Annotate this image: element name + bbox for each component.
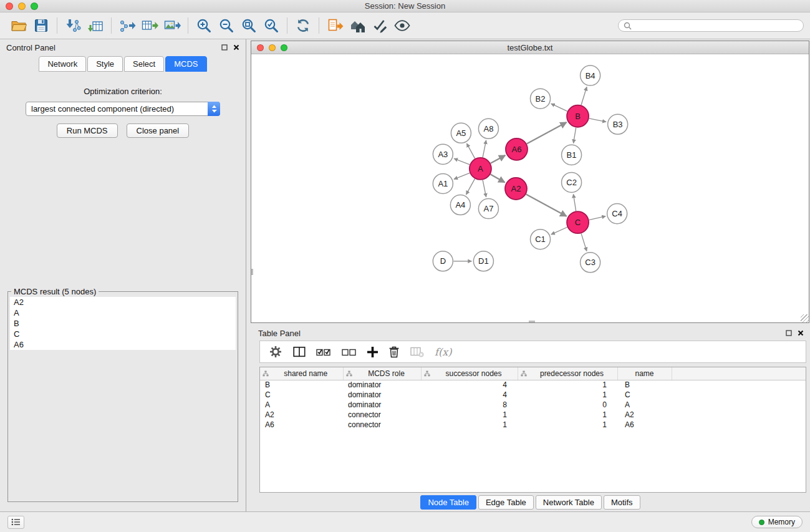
close-view-icon[interactable] (257, 44, 264, 51)
minimize-window-icon[interactable] (18, 2, 26, 10)
zoom-window-icon[interactable] (31, 2, 38, 10)
select-all-button[interactable] (316, 347, 331, 357)
tab-network-table[interactable]: Network Table (536, 495, 602, 510)
graph-edge-B-B2[interactable] (551, 104, 567, 111)
memory-button[interactable]: Memory (751, 516, 803, 528)
graph-node-D1[interactable]: D1 (473, 251, 493, 271)
graph-node-A1[interactable]: A1 (433, 173, 453, 193)
graph-node-C4[interactable]: C4 (607, 204, 627, 224)
graph-edge-A2-C[interactable] (526, 194, 567, 216)
close-panel-button[interactable] (233, 44, 239, 51)
graph-node-B2[interactable]: B2 (531, 89, 551, 109)
graph-node-C1[interactable]: C1 (531, 230, 551, 249)
deselect-all-button[interactable] (342, 347, 357, 357)
graph-node-C[interactable]: C (567, 211, 589, 233)
network-canvas[interactable]: AA1A2A3A4A5A6A7A8BB1B2B3B4CC1C2C3C4DD1 (251, 54, 809, 322)
graph-edge-B-B4[interactable] (581, 87, 587, 105)
pen-check-button[interactable] (369, 14, 391, 37)
graph-edge-A-A8[interactable] (483, 140, 486, 157)
result-item[interactable]: A6 (10, 339, 236, 350)
graph-node-A5[interactable]: A5 (451, 123, 471, 143)
delete-table-button[interactable] (410, 346, 424, 357)
tab-edge-table[interactable]: Edge Table (478, 495, 534, 510)
column-header-shared-name[interactable]: shared name (260, 367, 343, 380)
column-header-predecessor-nodes[interactable]: predecessor nodes (518, 367, 617, 380)
horizontal-scrollbar-nub[interactable] (529, 321, 535, 322)
resize-grip-icon[interactable] (801, 314, 809, 322)
column-header-name[interactable]: name (617, 367, 672, 380)
zoom-selected-button[interactable] (260, 14, 282, 37)
table-row[interactable]: Bdominator41B (260, 380, 806, 390)
zoom-out-button[interactable] (215, 14, 238, 37)
graph-node-A3[interactable]: A3 (433, 144, 453, 164)
run-mcds-button[interactable]: Run MCDS (57, 123, 118, 138)
function-builder-button[interactable]: f(x) (435, 346, 451, 358)
search-input[interactable] (635, 21, 798, 30)
graph-edge-B-B1[interactable] (574, 128, 576, 143)
delete-column-button[interactable] (388, 346, 400, 358)
zoom-view-icon[interactable] (281, 44, 287, 51)
graph-node-C2[interactable]: C2 (562, 172, 582, 192)
result-item[interactable]: B (10, 318, 236, 329)
graph-node-B4[interactable]: B4 (581, 65, 600, 85)
graph-edge-C-C2[interactable] (573, 194, 576, 211)
export-table-button[interactable] (138, 14, 161, 37)
graph-edge-C-C4[interactable] (589, 216, 605, 220)
welcome-home-button[interactable] (346, 14, 369, 37)
graph-node-A[interactable]: A (470, 158, 491, 180)
graph-node-B[interactable]: B (567, 105, 589, 127)
graph-edge-C-C3[interactable] (581, 233, 587, 251)
export-network-button[interactable] (116, 14, 138, 37)
column-header-mcds-role[interactable]: MCDS role (343, 367, 421, 380)
graph-node-A2[interactable]: A2 (505, 178, 527, 200)
import-table-button[interactable] (84, 14, 107, 37)
tab-node-table[interactable]: Node Table (420, 495, 476, 510)
result-item[interactable]: A2 (10, 297, 236, 307)
tab-motifs[interactable]: Motifs (604, 495, 640, 510)
graph-node-A4[interactable]: A4 (450, 195, 470, 215)
float-panel-button[interactable] (221, 44, 228, 51)
column-header-successor-nodes[interactable]: successor nodes (421, 367, 518, 380)
table-settings-button[interactable] (269, 345, 282, 359)
graph-edge-A-A7[interactable] (483, 180, 486, 197)
graph-edge-A-A4[interactable] (466, 179, 475, 195)
table-row[interactable]: A6connector11A6 (260, 420, 806, 430)
tab-network[interactable]: Network (39, 56, 86, 72)
table-row[interactable]: Cdominator41C (260, 390, 806, 400)
show-panels-button[interactable] (7, 516, 24, 529)
network-window-titlebar[interactable]: testGlobe.txt (251, 41, 809, 54)
minimize-view-icon[interactable] (269, 44, 276, 51)
graph-node-B1[interactable]: B1 (562, 145, 582, 165)
vertical-scrollbar-nub[interactable] (251, 269, 253, 275)
graph-edge-C-C1[interactable] (551, 227, 567, 235)
optimization-criterion-select[interactable]: largest connected component (directed) (26, 102, 220, 116)
graph-edge-A-A1[interactable] (454, 173, 470, 179)
show-details-button[interactable] (391, 14, 413, 37)
graph-edge-A6-B[interactable] (527, 122, 567, 143)
table-row[interactable]: Adominator80A (260, 400, 806, 410)
zoom-in-button[interactable] (193, 14, 215, 37)
tab-style[interactable]: Style (87, 56, 123, 72)
graph-edge-A-A6[interactable] (491, 155, 506, 163)
import-network-button[interactable] (62, 14, 84, 37)
graph-edge-B-B3[interactable] (589, 118, 606, 122)
graph-node-D[interactable]: D (433, 251, 453, 271)
float-table-panel-button[interactable] (786, 330, 792, 336)
graph-node-A8[interactable]: A8 (478, 118, 498, 138)
table-row[interactable]: A2connector11A2 (260, 410, 806, 420)
graph-node-A7[interactable]: A7 (478, 199, 498, 219)
export-document-button[interactable] (324, 14, 346, 37)
zoom-fit-button[interactable] (238, 14, 260, 37)
graph-node-C3[interactable]: C3 (581, 253, 600, 273)
add-column-button[interactable] (367, 347, 378, 357)
open-session-button[interactable] (7, 14, 30, 37)
show-columns-button[interactable] (293, 346, 306, 357)
graph-edge-A-A2[interactable] (491, 175, 505, 183)
result-item[interactable]: A (10, 307, 236, 318)
graph-edge-A-A3[interactable] (454, 158, 470, 165)
close-panel-action-button[interactable]: Close panel (127, 123, 190, 138)
export-image-button[interactable] (161, 14, 183, 37)
close-window-icon[interactable] (6, 2, 13, 10)
save-session-button[interactable] (30, 14, 52, 37)
result-item[interactable]: C (10, 329, 236, 339)
